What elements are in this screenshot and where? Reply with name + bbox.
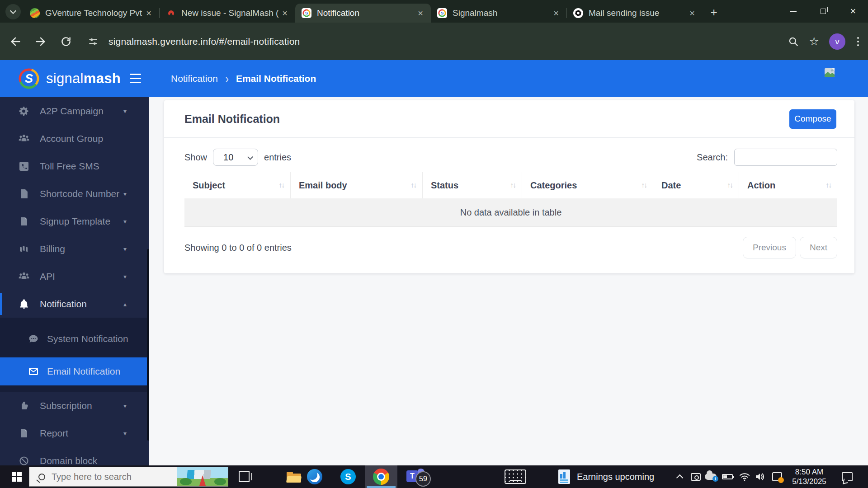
news-widget-button[interactable]	[556, 465, 572, 488]
tray-expand-button[interactable]	[673, 465, 684, 488]
touch-keyboard-button[interactable]	[503, 465, 528, 488]
teams-button[interactable]: T 59	[405, 465, 432, 488]
skype-button[interactable]: S	[339, 465, 357, 488]
tab-title: Signalmash	[453, 8, 550, 18]
redmine-favicon	[166, 8, 176, 18]
tray-battery[interactable]	[720, 465, 735, 488]
sidebar-item-billing[interactable]: Billing ▾	[0, 235, 149, 263]
sidebar-item-signup-template[interactable]: Signup Template ▾	[0, 207, 149, 235]
chrome-icon	[373, 469, 389, 485]
sort-icon: ↑↓	[641, 181, 646, 189]
new-tab-button[interactable]: +	[706, 5, 722, 20]
search-input[interactable]	[734, 149, 837, 166]
bing-daily-image[interactable]	[177, 467, 228, 486]
file-explorer-button[interactable]	[285, 465, 303, 488]
restore-button[interactable]	[808, 0, 838, 23]
caret-down-icon: ▾	[123, 190, 127, 197]
menu-kebab-icon[interactable]	[855, 35, 861, 48]
tray-sync[interactable]	[769, 465, 785, 488]
broken-image-avatar-icon[interactable]	[825, 68, 835, 78]
column-header-email-body[interactable]: Email body↑↓	[290, 172, 422, 198]
empty-table-row: No data available in table	[184, 198, 837, 227]
battery-icon	[722, 474, 733, 479]
site-info-button[interactable]	[84, 33, 102, 51]
billing-icon	[18, 243, 30, 255]
tab-mail-issue[interactable]: Mail sending issue ×	[567, 4, 703, 23]
earnings-doc-icon	[558, 469, 570, 484]
sidebar-subitem-email-notification[interactable]: Email Notification	[0, 357, 149, 385]
reload-button[interactable]	[56, 32, 76, 52]
sidebar-item-a2p-campaign[interactable]: A2P Campaign ▾	[0, 97, 149, 125]
column-header-categories[interactable]: Categories↑↓	[522, 172, 653, 198]
svg-text:S: S	[25, 72, 33, 85]
sidebar-item-shortcode-number[interactable]: Shortcode Number ▾	[0, 180, 149, 207]
file-icon	[18, 427, 30, 439]
back-button[interactable]	[5, 32, 25, 52]
breadcrumb-parent[interactable]: Notification	[171, 73, 218, 84]
sidebar-item-toll-free-sms[interactable]: Toll Free SMS	[0, 152, 149, 180]
skype-icon: S	[340, 469, 356, 484]
sort-icon: ↑↓	[826, 181, 831, 189]
sidebar-subitem-system-notification[interactable]: System Notification	[0, 325, 149, 353]
gventure-favicon	[30, 8, 40, 18]
tab-search-button[interactable]	[5, 4, 21, 19]
next-button[interactable]: Next	[800, 237, 837, 258]
compose-button[interactable]: Compose	[789, 109, 836, 129]
address-bar[interactable]: signalmash.gventure.info/#/email-notific…	[108, 36, 300, 47]
tab-close-icon[interactable]: ×	[143, 7, 155, 19]
action-center-button[interactable]	[837, 465, 857, 488]
search-icon[interactable]	[788, 36, 799, 47]
phone-icon	[18, 160, 30, 172]
table-header-row: Subject↑↓ Email body↑↓ Status↑↓ Categori…	[184, 172, 837, 198]
taskbar-search-box[interactable]	[29, 467, 228, 487]
notification-submenu: System Notification Email Notification	[0, 318, 149, 392]
tray-onedrive[interactable]: i	[703, 465, 718, 488]
column-header-action[interactable]: Action↑↓	[739, 172, 837, 198]
tab-close-icon[interactable]: ×	[550, 7, 562, 19]
start-button[interactable]	[6, 465, 28, 488]
forward-button[interactable]	[31, 32, 51, 52]
task-view-button[interactable]	[235, 465, 253, 488]
sidebar-item-report[interactable]: Report ▾	[0, 419, 149, 447]
column-header-subject[interactable]: Subject↑↓	[184, 172, 290, 198]
thunderbird-button[interactable]	[306, 465, 324, 488]
tab-close-icon[interactable]: ×	[279, 7, 291, 19]
hamburger-menu-icon[interactable]	[129, 73, 142, 84]
sidebar-item-notification[interactable]: Notification ▴	[0, 290, 149, 318]
tab-title: Notification	[317, 8, 415, 18]
sidebar-item-domain-block[interactable]: Domain block	[0, 447, 149, 465]
taskbar-search-input[interactable]	[52, 472, 177, 482]
column-header-date[interactable]: Date↑↓	[653, 172, 739, 198]
sidebar-item-api[interactable]: API ▾	[0, 263, 149, 290]
signalmash-logo-icon[interactable]: S	[18, 68, 40, 89]
screen: GVenture Technology Pvt × New issue - Si…	[0, 0, 868, 488]
users-icon	[18, 271, 30, 282]
clock[interactable]: 8:50 AM 5/13/2025	[788, 465, 831, 488]
tab-notification-active[interactable]: S Notification ×	[295, 4, 431, 23]
bookmark-star-icon[interactable]: ☆	[809, 35, 819, 48]
column-header-status[interactable]: Status↑↓	[422, 172, 522, 198]
previous-button[interactable]: Previous	[743, 237, 796, 258]
tab-gventure[interactable]: GVenture Technology Pvt ×	[24, 4, 159, 23]
minimize-button[interactable]	[778, 0, 808, 23]
tab-close-icon[interactable]: ×	[415, 7, 426, 19]
tray-volume[interactable]	[753, 465, 767, 488]
sidebar-item-subscription[interactable]: Subscription ▾	[0, 392, 149, 419]
windows-taskbar: S T 59 Earnings upcoming i 8:50 AM	[0, 465, 868, 488]
profile-avatar[interactable]: v	[829, 33, 845, 50]
news-ticker[interactable]: Earnings upcoming	[577, 465, 658, 488]
chat-bubble-icon	[28, 333, 39, 344]
tray-wifi[interactable]	[737, 465, 752, 488]
close-button[interactable]: ×	[838, 0, 868, 23]
tab-close-icon[interactable]: ×	[686, 7, 698, 19]
caret-down-icon: ▾	[123, 245, 127, 253]
sidebar-item-account-group[interactable]: Account Group	[0, 125, 149, 152]
tab-signalmash[interactable]: S Signalmash ×	[431, 4, 566, 23]
page-size-select[interactable]: 10	[213, 149, 258, 166]
tray-camera[interactable]	[689, 465, 703, 488]
chevron-down-icon	[247, 154, 253, 160]
tab-new-issue[interactable]: New issue - SignalMash ( ×	[160, 4, 295, 23]
chrome-button-active[interactable]	[365, 465, 397, 488]
table-controls: Show 10 entries Search:	[184, 149, 837, 166]
envelope-icon	[28, 366, 39, 377]
